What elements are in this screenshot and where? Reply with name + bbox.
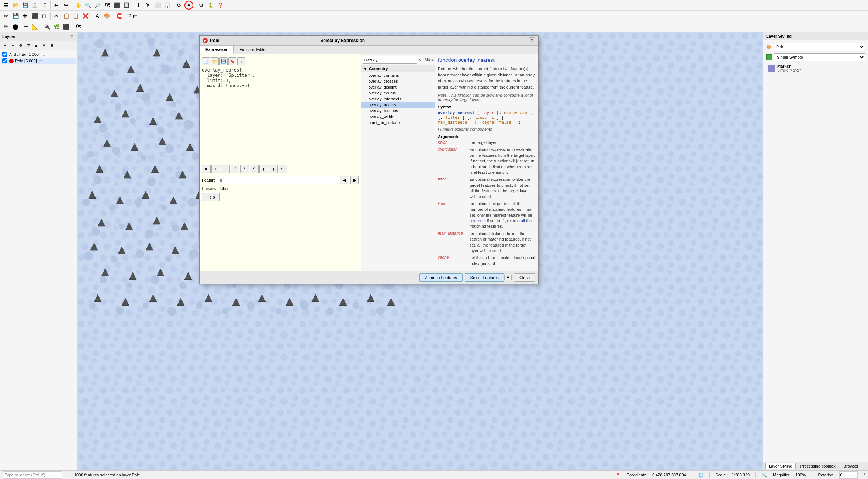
styling-symbol-dropdown[interactable]: Single Symbol — [774, 53, 865, 61]
delete-btn[interactable]: ❌ — [81, 11, 90, 20]
op-plus-btn[interactable]: + — [211, 165, 220, 173]
select-dropdown-btn[interactable]: ▼ — [504, 275, 512, 280]
fn-point-on-surface[interactable]: point_on_surface — [361, 120, 435, 125]
python-btn[interactable]: 🐍 — [206, 1, 215, 10]
redo-btn[interactable]: ↪ — [62, 1, 70, 10]
cut-btn[interactable]: ✂ — [52, 11, 61, 20]
move-btn[interactable]: ⬛ — [30, 11, 39, 20]
tab-expression[interactable]: Expression — [200, 46, 234, 54]
measure-btn[interactable]: 📐 — [30, 22, 39, 31]
layer-item-splitter[interactable]: △ Splitter [1 000] □ — [1, 51, 76, 58]
print-btn[interactable]: 🖨 — [40, 1, 49, 10]
panel-close-btn[interactable]: ✕ — [69, 34, 75, 39]
rotation-input[interactable] — [839, 471, 858, 479]
layer-item-pole[interactable]: ⬤ Pole [5 000] □ — [1, 58, 76, 64]
shape-btn[interactable]: ⬤ — [11, 22, 20, 31]
curve-btn[interactable]: 〰 — [21, 22, 30, 31]
help-button[interactable]: Help — [202, 193, 220, 201]
undo-btn[interactable]: ↩ — [52, 1, 61, 10]
save-btn[interactable]: 💾 — [21, 1, 30, 10]
save-layer-btn[interactable]: 💾 — [11, 11, 20, 20]
feature-prev-btn[interactable]: ◀ — [340, 176, 348, 184]
tab-function-editor[interactable]: Function Editor — [234, 46, 273, 54]
plugins-btn[interactable]: 🔌 — [42, 22, 51, 31]
refresh-btn[interactable]: ⟳ — [175, 1, 184, 10]
zoom-out-btn[interactable]: 🔎 — [93, 1, 102, 10]
fn-overlay-intersects[interactable]: overlay_intersects — [361, 96, 435, 102]
identify-btn[interactable]: ℹ — [134, 1, 143, 10]
paste-btn[interactable]: 📋 — [71, 11, 80, 20]
op-equals-btn[interactable]: = — [202, 165, 211, 173]
zoom-layer-btn[interactable]: ⬛ — [112, 1, 121, 10]
advanced-edit-btn[interactable]: ⬛ — [62, 22, 70, 31]
grass-btn[interactable]: 🌿 — [52, 22, 61, 31]
locate-input[interactable] — [3, 471, 62, 479]
save-as-btn[interactable]: 📋 — [30, 1, 39, 10]
fn-overlay-contains[interactable]: overlay_contains — [361, 72, 435, 78]
filter-layer-btn[interactable]: ⚗ — [25, 42, 32, 49]
snapping-btn[interactable]: 🧲 — [115, 11, 124, 20]
op-open-paren-btn[interactable]: ( — [259, 165, 268, 173]
layer-pole-expand-btn[interactable]: □ — [38, 58, 44, 63]
expr-new-btn[interactable]: 📄 — [202, 57, 210, 65]
zoom-selection-btn[interactable]: 🔲 — [122, 1, 131, 10]
tab-processing-toolbox[interactable]: Processing Toolbox — [797, 463, 839, 469]
georef-btn[interactable]: 🗺 — [74, 22, 83, 31]
op-multiply-btn[interactable]: * — [240, 165, 249, 173]
fn-overlay-disjoint[interactable]: overlay_disjoint — [361, 84, 435, 90]
new-project-btn[interactable]: ☰ — [1, 1, 10, 10]
fn-overlay-touches[interactable]: overlay_touches — [361, 108, 435, 114]
expression-textarea[interactable]: overlay_nearest( layer:='Splitter', limi… — [202, 68, 359, 163]
function-search-clear-btn[interactable]: ✕ — [418, 56, 421, 63]
layer-pole-checkbox[interactable] — [2, 58, 7, 63]
dialog-close-btn[interactable]: ✕ — [529, 37, 535, 44]
layer-down-btn[interactable]: ▼ — [40, 42, 48, 49]
processing-btn[interactable]: ⚙ — [197, 1, 205, 10]
open-btn[interactable]: 📂 — [11, 1, 20, 10]
feature-next-btn[interactable]: ▶ — [350, 176, 359, 184]
function-search-input[interactable] — [363, 56, 417, 64]
deselect-btn[interactable]: ⬜ — [153, 1, 162, 10]
op-power-btn[interactable]: ^ — [250, 165, 259, 173]
fn-overlay-within[interactable]: overlay_within — [361, 114, 435, 120]
feature-input[interactable] — [218, 176, 338, 184]
fn-overlay-crosses[interactable]: overlay_crosses — [361, 78, 435, 84]
map-area[interactable]: P Pole → Select by Expression ✕ Expressi… — [77, 32, 763, 470]
label-btn[interactable]: A — [93, 11, 102, 20]
remove-layer-btn[interactable]: − — [9, 42, 17, 49]
op-minus-btn[interactable]: - — [221, 165, 230, 173]
expand-all-btn[interactable]: ⊞ — [48, 42, 55, 49]
op-newline-btn[interactable]: \n — [279, 165, 287, 173]
open-attribute-btn[interactable]: 📊 — [163, 1, 172, 10]
layer-splitter-expand-btn[interactable]: □ — [41, 52, 46, 57]
pan-btn[interactable]: ✋ — [74, 1, 83, 10]
zoom-to-features-btn[interactable]: Zoom to Features — [419, 273, 463, 282]
fn-overlay-equals[interactable]: overlay_equals — [361, 90, 435, 96]
fn-overlay-nearest[interactable]: overlay_nearest — [361, 102, 435, 108]
layer-up-btn[interactable]: ▲ — [32, 42, 40, 49]
edit-toggle-btn[interactable]: ✏ — [1, 11, 10, 20]
styling-layer-dropdown[interactable]: Pole — [773, 43, 865, 51]
zoom-in-btn[interactable]: 🔍 — [83, 1, 92, 10]
node-tool-btn[interactable]: ◻ — [40, 11, 49, 20]
add-feature-btn[interactable]: ✚ — [21, 11, 30, 20]
expr-upload-btn[interactable]: ↑ — [237, 57, 245, 65]
tab-layer-styling[interactable]: Layer Styling — [765, 463, 796, 469]
panel-minimize-btn[interactable]: — — [62, 34, 68, 39]
op-divide-btn[interactable]: / — [231, 165, 239, 173]
expr-bookmark-btn[interactable]: 🔖 — [228, 57, 236, 65]
expr-save-btn[interactable]: 💾 — [219, 57, 228, 65]
layer-splitter-checkbox[interactable] — [2, 52, 7, 57]
copy-btn[interactable]: 📋 — [62, 11, 70, 20]
select-btn[interactable]: 🖱 — [143, 1, 152, 10]
op-close-paren-btn[interactable]: ) — [269, 165, 278, 173]
select-expression-btn[interactable]: ✦ — [184, 1, 193, 10]
help-btn[interactable]: ❓ — [216, 1, 225, 10]
function-group-geometry-header[interactable]: ▼ Geometry — [361, 65, 435, 72]
close-dialog-btn[interactable]: Close — [514, 273, 535, 282]
label-color-btn[interactable]: 🎨 — [103, 11, 111, 20]
open-layer-props-btn[interactable]: ⚙ — [17, 42, 24, 49]
digitize-btn[interactable]: ✏ — [1, 22, 10, 31]
add-layer-btn[interactable]: + — [1, 42, 9, 49]
tab-browser[interactable]: Browser — [840, 463, 862, 469]
